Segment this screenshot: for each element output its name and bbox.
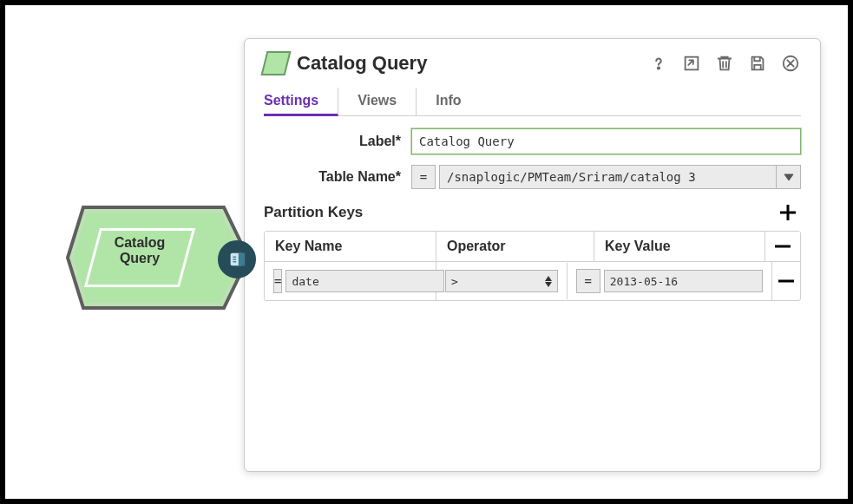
- partition-keys-table: Key Name Operator Key Value =: [264, 231, 801, 301]
- svg-point-7: [658, 67, 659, 69]
- output-connector[interactable]: [218, 240, 256, 278]
- key-value-input[interactable]: [604, 270, 763, 292]
- settings-form: Label* Table Name* = Partition Keys: [264, 116, 801, 301]
- svg-marker-10: [784, 174, 793, 180]
- remove-row-button[interactable]: [773, 268, 799, 294]
- svg-marker-15: [545, 282, 552, 287]
- add-row-button[interactable]: [775, 200, 801, 226]
- expression-toggle[interactable]: =: [411, 165, 436, 189]
- close-icon[interactable]: [780, 53, 801, 74]
- operator-select[interactable]: >: [445, 270, 558, 292]
- column-key-name: Key Name: [265, 232, 436, 262]
- key-name-expr-toggle[interactable]: =: [273, 269, 282, 293]
- export-icon[interactable]: [681, 53, 702, 74]
- save-icon[interactable]: [747, 53, 768, 74]
- column-key-value: Key Value: [594, 232, 765, 262]
- dialog-title: Catalog Query: [297, 52, 640, 75]
- snap-type-icon: [261, 51, 292, 75]
- properties-dialog: Catalog Query Settings: [244, 38, 821, 472]
- help-icon[interactable]: [648, 53, 669, 74]
- svg-rect-8: [686, 57, 699, 70]
- table-name-dropdown[interactable]: [777, 165, 801, 189]
- snap-label: Catalog Query: [96, 235, 183, 266]
- tab-info[interactable]: Info: [436, 88, 480, 115]
- key-value-expr-toggle[interactable]: =: [576, 269, 600, 293]
- table-name-label: Table Name*: [264, 169, 411, 185]
- tab-views[interactable]: Views: [358, 88, 417, 115]
- dialog-header: Catalog Query: [264, 51, 801, 75]
- tab-settings[interactable]: Settings: [264, 88, 338, 116]
- operator-value: >: [451, 275, 458, 288]
- table-name-input[interactable]: [439, 165, 777, 189]
- svg-rect-3: [239, 253, 245, 266]
- delete-icon[interactable]: [714, 53, 735, 74]
- app-frame: Catalog Query Catalog Query: [0, 0, 853, 504]
- label-field-label: Label*: [264, 134, 411, 149]
- column-operator: Operator: [436, 232, 594, 262]
- label-input[interactable]: [411, 128, 801, 154]
- svg-marker-14: [545, 276, 552, 281]
- remove-header-button[interactable]: [770, 233, 796, 259]
- partition-keys-title: Partition Keys: [264, 204, 363, 221]
- key-name-input[interactable]: [285, 270, 444, 292]
- tabs: Settings Views Info: [264, 88, 801, 116]
- table-row: = > =: [265, 262, 800, 300]
